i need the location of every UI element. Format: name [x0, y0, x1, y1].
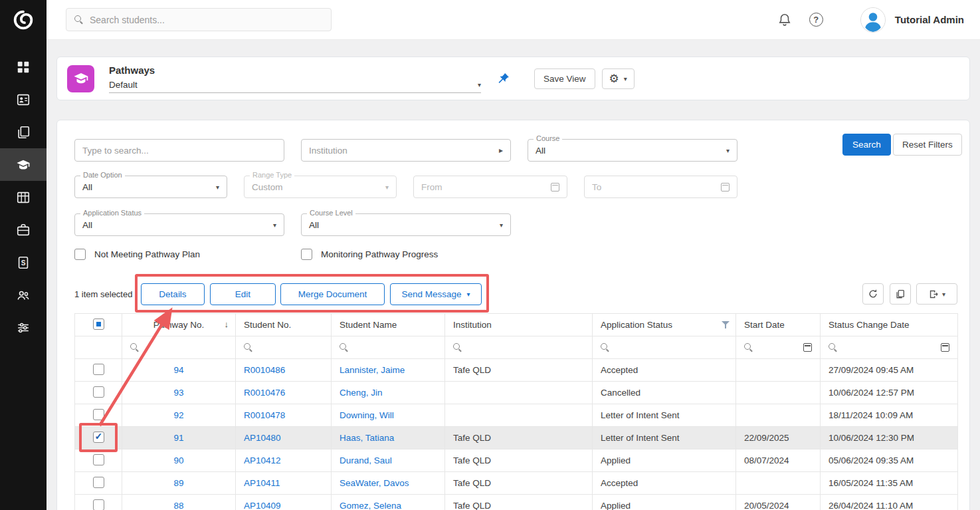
refresh-button[interactable] — [862, 283, 884, 305]
student-name-link[interactable]: Cheng, Jin — [340, 388, 383, 398]
filter-cell-status-change-date[interactable] — [821, 336, 958, 359]
row-checkbox[interactable] — [93, 364, 104, 375]
pathway-no-link[interactable]: 91 — [173, 433, 183, 443]
merge-document-button[interactable]: Merge Document — [280, 283, 385, 305]
global-search-input[interactable] — [90, 15, 323, 25]
student-name-link[interactable]: Lannister, Jaime — [340, 365, 405, 375]
pathway-no-link[interactable]: 94 — [173, 365, 183, 375]
row-checkbox[interactable] — [93, 477, 104, 488]
select-all-checkbox[interactable] — [93, 319, 104, 330]
avatar[interactable] — [860, 7, 886, 33]
search-icon[interactable] — [453, 343, 462, 352]
pathway-no-link[interactable]: 92 — [173, 410, 183, 420]
pin-view-button[interactable] — [497, 72, 510, 85]
column-header-pathway-no[interactable]: Pathway No. ↓ — [122, 314, 236, 336]
filter-cell-pathway-no[interactable] — [122, 336, 236, 359]
row-checkbox[interactable] — [93, 454, 104, 465]
filter-cell-application-status[interactable] — [593, 336, 736, 359]
view-select[interactable]: Default ▾ — [109, 80, 481, 93]
sidebar-item-documents[interactable] — [0, 116, 47, 148]
student-name-link[interactable]: Haas, Tatiana — [340, 433, 394, 443]
sidebar-item-pathways[interactable] — [0, 148, 47, 181]
student-no-link[interactable]: R0010486 — [244, 365, 285, 375]
pathway-no-link[interactable]: 88 — [173, 501, 183, 510]
student-name-link[interactable]: Downing, Will — [340, 410, 394, 420]
search-icon[interactable] — [340, 343, 348, 352]
global-search[interactable] — [66, 8, 332, 31]
help-button[interactable]: ? — [809, 13, 823, 27]
search-icon[interactable] — [601, 343, 609, 352]
student-name-link[interactable]: Gomez, Selena — [340, 501, 401, 510]
filter-cell-institution[interactable] — [445, 336, 593, 359]
monitoring-pathway-progress-checkbox[interactable] — [301, 249, 312, 260]
column-header-application-status[interactable]: Application Status — [593, 314, 736, 336]
column-header-institution[interactable]: Institution — [445, 314, 593, 336]
student-no-link[interactable]: AP10411 — [244, 478, 280, 488]
sidebar-item-dashboard[interactable] — [0, 51, 47, 83]
table-row[interactable]: 91 AP10480 Haas, Tatiana Tafe QLD Letter… — [75, 427, 958, 449]
sidebar-item-invoices[interactable]: S — [0, 246, 47, 279]
search-icon[interactable] — [130, 343, 139, 352]
search-icon[interactable] — [244, 343, 252, 352]
reset-filters-button[interactable]: Reset Filters — [893, 134, 962, 156]
range-type-select[interactable]: Range Type Custom ▾ — [244, 176, 397, 198]
filter-cell-student-no[interactable] — [236, 336, 332, 359]
copy-grid-button[interactable] — [890, 283, 911, 305]
sidebar-item-tables[interactable] — [0, 181, 47, 213]
table-row[interactable]: 94 R0010486 Lannister, Jaime Tafe QLD Ac… — [75, 359, 958, 382]
filter-funnel-icon[interactable] — [722, 321, 730, 329]
student-no-link[interactable]: R0010476 — [244, 388, 285, 398]
row-checkbox[interactable] — [93, 409, 104, 420]
column-header-student-no[interactable]: Student No. — [236, 314, 332, 336]
table-row[interactable]: 93 R0010476 Cheng, Jin Cancelled 10/06/2… — [75, 382, 958, 404]
application-status-select[interactable]: Application Status All ▾ — [74, 213, 284, 236]
table-row[interactable]: 90 AP10412 Durand, Saul Tafe QLD Applied… — [75, 449, 958, 472]
pathway-no-link[interactable]: 89 — [173, 478, 183, 488]
institution-select[interactable]: ▸ — [301, 139, 511, 162]
save-view-button[interactable]: Save View — [534, 68, 595, 89]
filter-text-search[interactable] — [74, 139, 284, 162]
not-meeting-pathway-plan-checkbox[interactable] — [74, 249, 86, 260]
details-button[interactable]: Details — [141, 283, 205, 305]
to-date-input[interactable] — [592, 182, 721, 192]
row-checkbox[interactable] — [93, 432, 104, 443]
edit-button[interactable]: Edit — [210, 283, 276, 305]
date-option-select[interactable]: Date Option All ▾ — [74, 176, 227, 198]
student-no-link[interactable]: R0010478 — [244, 410, 285, 420]
sidebar-item-agencies[interactable] — [0, 213, 47, 246]
sidebar-item-settings[interactable] — [0, 311, 47, 344]
course-select[interactable]: Course All ▾ — [528, 139, 737, 162]
sidebar-item-contacts[interactable] — [0, 279, 47, 311]
pathway-no-link[interactable]: 93 — [173, 388, 183, 398]
filter-cell-student-name[interactable] — [332, 336, 445, 359]
student-name-link[interactable]: SeaWater, Davos — [340, 478, 409, 488]
table-row[interactable]: 92 R0010478 Downing, Will Letter of Inte… — [75, 404, 958, 427]
student-name-link[interactable]: Durand, Saul — [340, 455, 392, 465]
institution-input[interactable] — [309, 146, 499, 156]
filter-cell-start-date[interactable] — [736, 336, 821, 359]
from-date-input[interactable] — [421, 182, 551, 192]
notifications-button[interactable] — [777, 13, 792, 27]
row-checkbox[interactable] — [93, 386, 104, 398]
column-header-start-date[interactable]: Start Date — [736, 314, 821, 336]
table-row[interactable]: 89 AP10411 SeaWater, Davos Tafe QLD Acce… — [75, 472, 958, 495]
course-level-select[interactable]: Course Level All ▾ — [301, 213, 511, 236]
pathway-no-link[interactable]: 90 — [173, 455, 183, 465]
search-button[interactable]: Search — [842, 134, 891, 156]
search-icon[interactable] — [744, 343, 753, 352]
sidebar-item-students[interactable] — [0, 83, 47, 116]
from-date-picker[interactable] — [413, 176, 567, 198]
export-button[interactable]: ▾ — [916, 283, 957, 305]
column-header-status-change-date[interactable]: Status Change Date — [821, 314, 958, 336]
column-header-student-name[interactable]: Student Name — [332, 314, 445, 336]
to-date-picker[interactable] — [584, 176, 737, 198]
calendar-icon[interactable] — [803, 343, 812, 352]
student-no-link[interactable]: AP10412 — [244, 455, 281, 465]
view-settings-button[interactable]: ⚙ ▾ — [602, 68, 635, 89]
row-checkbox[interactable] — [93, 499, 104, 510]
calendar-icon[interactable] — [941, 343, 949, 352]
send-message-button[interactable]: Send Message ▾ — [390, 283, 482, 305]
student-no-link[interactable]: AP10480 — [244, 433, 281, 443]
table-row[interactable]: 88 AP10409 Gomez, Selena Tafe QLD Applie… — [75, 495, 958, 510]
search-icon[interactable] — [829, 343, 837, 352]
